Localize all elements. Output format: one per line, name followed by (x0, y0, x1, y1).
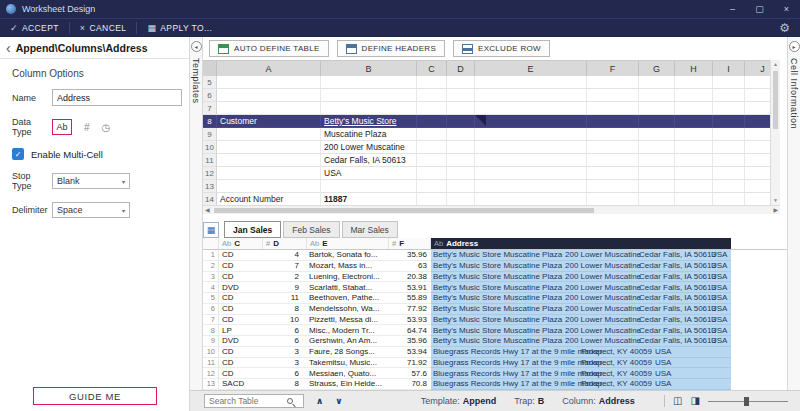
cell-E7[interactable] (475, 102, 587, 115)
cell-G5[interactable] (639, 76, 675, 89)
stop-type-dropdown[interactable]: Blank ▾ (52, 173, 130, 189)
sheet-tab-feb-sales[interactable]: Feb Sales (283, 221, 339, 238)
column-header-c[interactable]: Ab C (219, 238, 263, 249)
row-header-5[interactable]: 5 (203, 76, 217, 89)
cell-I7[interactable] (713, 102, 745, 115)
cell-J12[interactable] (745, 167, 770, 180)
close-button[interactable]: × (773, 0, 800, 18)
table-row-13[interactable]: 13SACD8Strauss, Ein Helde...70.8Bluegras… (203, 379, 787, 390)
define-headers-button[interactable]: DEFINE HEADERS (337, 40, 445, 57)
cell-A7[interactable] (217, 102, 321, 115)
scroll-left-icon[interactable]: ◀ (205, 206, 210, 215)
cell-H10[interactable] (675, 141, 713, 154)
cell-H8[interactable] (675, 115, 713, 128)
cell-G11[interactable] (639, 154, 675, 167)
search-input[interactable] (205, 396, 287, 406)
cell-E13[interactable] (475, 180, 587, 193)
column-header-h[interactable]: H (675, 61, 713, 76)
table-row-6[interactable]: 6CD8Mendelssohn, Wa...77.92Betty's Music… (203, 304, 787, 315)
cell-J6[interactable] (745, 89, 770, 102)
cell-F11[interactable] (587, 154, 639, 167)
cell-D8[interactable] (447, 115, 475, 128)
cell-E8[interactable] (475, 115, 587, 128)
templates-tab[interactable]: Templates (191, 58, 201, 104)
cell-A9[interactable] (217, 128, 321, 141)
select-all-corner[interactable] (203, 61, 217, 76)
vertical-scroll-thumb[interactable] (773, 71, 778, 129)
cancel-button[interactable]: × CANCEL (70, 19, 137, 37)
expand-right-panel-button[interactable]: ▸ (789, 41, 800, 52)
table-view-button[interactable]: ▦ (203, 222, 219, 238)
cell-H13[interactable] (675, 180, 713, 193)
cell-C5[interactable] (417, 76, 447, 89)
cell-F9[interactable] (587, 128, 639, 141)
column-header-c[interactable]: C (417, 61, 447, 76)
cell-E14[interactable] (475, 193, 587, 205)
cell-F13[interactable] (587, 180, 639, 193)
cell-J14[interactable] (745, 193, 770, 205)
find-next-button[interactable]: ∨ (335, 396, 342, 406)
cell-I8[interactable] (713, 115, 745, 128)
cell-G6[interactable] (639, 89, 675, 102)
vertical-scrollbar[interactable]: ▲ ▼ (770, 60, 780, 205)
zoom-slider-thumb[interactable] (744, 397, 749, 406)
column-header-d[interactable]: # D (263, 238, 307, 249)
cell-C7[interactable] (417, 102, 447, 115)
cell-F6[interactable] (587, 89, 639, 102)
cell-C12[interactable] (417, 167, 447, 180)
row-header-13[interactable]: 13 (203, 180, 217, 193)
cell-A10[interactable] (217, 141, 321, 154)
find-previous-button[interactable]: ∧ (316, 396, 323, 406)
table-row-2[interactable]: 2CD7Mozart, Mass in...63Betty's Music St… (203, 261, 787, 272)
cell-A11[interactable] (217, 154, 321, 167)
cell-E10[interactable] (475, 141, 587, 154)
cell-D13[interactable] (447, 180, 475, 193)
cell-D7[interactable] (447, 102, 475, 115)
table-row-11[interactable]: 11CD3Takemitsu, Music...71.92Bluegrass R… (203, 358, 787, 369)
column-header-f[interactable]: F (587, 61, 639, 76)
sheet-tab-jan-sales[interactable]: Jan Sales (224, 221, 281, 238)
gear-icon[interactable]: ⚙ (779, 22, 790, 34)
cell-G13[interactable] (639, 180, 675, 193)
cell-J7[interactable] (745, 102, 770, 115)
cell-G8[interactable] (639, 115, 675, 128)
row-header-8[interactable]: 8 (203, 115, 217, 128)
row-header-14[interactable]: 14 (203, 193, 217, 205)
exclude-row-button[interactable]: EXCLUDE ROW (453, 40, 550, 57)
cell-E9[interactable] (475, 128, 587, 141)
cell-C14[interactable] (417, 193, 447, 205)
row-header-11[interactable]: 11 (203, 154, 217, 167)
cell-G7[interactable] (639, 102, 675, 115)
cell-G9[interactable] (639, 128, 675, 141)
cell-F7[interactable] (587, 102, 639, 115)
split-view-icon[interactable]: ◨ (691, 396, 700, 406)
column-header-d[interactable]: D (447, 61, 475, 76)
cell-H9[interactable] (675, 128, 713, 141)
cell-C8[interactable] (417, 115, 447, 128)
sheet-tab-mar-sales[interactable]: Mar Sales (342, 221, 398, 238)
cell-I6[interactable] (713, 89, 745, 102)
table-row-12[interactable]: 12CD6Messiaen, Quato...57.6Bluegrass Rec… (203, 368, 787, 379)
cell-C10[interactable] (417, 141, 447, 154)
cell-F5[interactable] (587, 76, 639, 89)
guide-me-button[interactable]: GUIDE ME (33, 387, 157, 405)
scroll-right-icon[interactable]: ▶ (773, 206, 778, 215)
cell-information-tab[interactable]: Cell Information (789, 58, 799, 129)
cell-H12[interactable] (675, 167, 713, 180)
cell-H5[interactable] (675, 76, 713, 89)
column-header-j[interactable]: J (745, 61, 770, 76)
column-name-input[interactable] (52, 89, 182, 106)
column-header-address[interactable]: Ab Address (431, 238, 731, 249)
row-header-10[interactable]: 10 (203, 141, 217, 154)
cell-F14[interactable] (587, 193, 639, 205)
cell-I11[interactable] (713, 154, 745, 167)
table-row-4[interactable]: 4DVD9Scarlatti, Stabat...53.91Betty's Mu… (203, 282, 787, 293)
cell-I5[interactable] (713, 76, 745, 89)
cell-H14[interactable] (675, 193, 713, 205)
accept-button[interactable]: ✓ ACCEPT (0, 19, 69, 37)
column-header-f[interactable]: # F (389, 238, 431, 249)
table-layout-icon[interactable]: ◫ (673, 396, 682, 406)
cell-A8[interactable]: Customer (217, 115, 321, 128)
column-header-g[interactable]: G (639, 61, 675, 76)
maximize-button[interactable]: ▢ (746, 0, 773, 18)
